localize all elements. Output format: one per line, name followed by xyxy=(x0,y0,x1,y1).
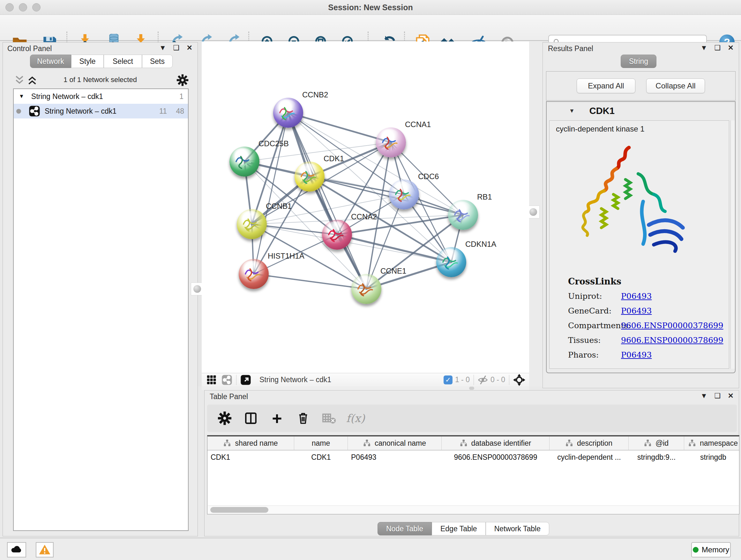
node-label-cdc6: CDC6 xyxy=(418,172,439,181)
expand-all-button[interactable]: Expand All xyxy=(577,78,635,93)
horizontal-splitter[interactable] xyxy=(202,386,529,390)
table-panel-close-icon[interactable]: ✕ xyxy=(728,392,734,399)
table-cell[interactable]: cyclin-dependent ... xyxy=(549,450,629,464)
results-panel-menu-icon[interactable]: ▼ xyxy=(700,44,708,51)
tab-style[interactable]: Style xyxy=(71,55,104,68)
results-scrollbar[interactable] xyxy=(731,120,735,369)
scrollbar-thumb[interactable] xyxy=(210,507,268,513)
memory-button[interactable]: Memory xyxy=(691,542,731,557)
birds-eye-grid-icon[interactable] xyxy=(206,374,217,385)
column-header-database-identifier[interactable]: database identifier xyxy=(442,436,549,450)
protein-thumbnail-icon xyxy=(356,280,376,298)
network-share-icon[interactable] xyxy=(221,374,232,385)
table-cell[interactable]: 9606.ENSP00000378699 xyxy=(442,450,549,464)
show-columns-icon[interactable] xyxy=(243,410,259,426)
network-current-dot-icon xyxy=(16,109,21,114)
network-node-ccna2[interactable] xyxy=(322,220,352,250)
tab-string[interactable]: String xyxy=(621,55,657,68)
tab-node-table[interactable]: Node Table xyxy=(378,522,432,536)
column-header-namespace[interactable]: namespace xyxy=(684,436,741,450)
column-header-description[interactable]: description xyxy=(549,436,629,450)
network-row-selected[interactable]: String Network – cdk1 11 48 xyxy=(14,104,188,118)
crosslink-row: Tissues: 9606.ENSP00000378699 xyxy=(568,335,724,345)
hidden-counts: 0 - 0 xyxy=(490,375,505,384)
network-node-cdkn1a[interactable] xyxy=(436,247,466,277)
network-node-hist1h1a[interactable] xyxy=(239,259,269,289)
cloud-icon[interactable] xyxy=(7,542,26,557)
delete-column-trash-icon[interactable] xyxy=(295,410,311,426)
node-label-ccna1: CCNA1 xyxy=(405,120,431,129)
tab-network[interactable]: Network xyxy=(30,55,71,68)
warning-icon[interactable] xyxy=(36,542,54,557)
table-panel-float-icon[interactable]: ❑ xyxy=(715,392,721,399)
network-node-cdc25b[interactable] xyxy=(229,146,259,177)
title-bar: Session: New Session xyxy=(0,0,741,15)
string-network-icon xyxy=(29,105,40,117)
node-label-ccne1: CCNE1 xyxy=(381,266,406,275)
function-builder-icon: f(x) xyxy=(347,410,363,426)
control-panel-menu-icon[interactable]: ▼ xyxy=(159,44,166,51)
collapse-all-button[interactable]: Collapse All xyxy=(646,78,705,93)
crosslink-row: Uniprot: P06493 xyxy=(568,292,724,301)
node-label-cdkn1a: CDKN1A xyxy=(465,240,496,249)
selected-counts: 1 - 0 xyxy=(455,375,470,384)
left-splitter[interactable] xyxy=(198,42,202,386)
network-node-ccna1[interactable] xyxy=(376,127,406,158)
column-header--id[interactable]: @id xyxy=(629,436,684,450)
table-cell[interactable]: P06493 xyxy=(348,450,442,464)
column-header-name[interactable]: name xyxy=(294,436,348,450)
crosslink-link[interactable]: P06493 xyxy=(621,306,652,315)
table-cell[interactable]: CDK1 xyxy=(207,450,294,464)
protein-thumbnail-icon xyxy=(394,185,414,204)
network-node-ccne1[interactable] xyxy=(351,274,381,304)
network-node-ccnb2[interactable] xyxy=(273,98,303,128)
table-cell[interactable]: stringdb:9... xyxy=(629,450,684,464)
table-cell[interactable]: stringdb xyxy=(684,450,741,464)
gene-description: cyclin-dependent kinase 1 xyxy=(549,121,729,133)
control-panel-float-icon[interactable]: ❑ xyxy=(173,44,180,51)
column-tree-icon xyxy=(688,439,696,447)
gene-section: ▼ CDK1 cyclin-dependent kinase 1 xyxy=(546,101,736,373)
network-canvas[interactable]: CCNB2 CCNA1 CDC25B CDK1 xyxy=(202,42,529,373)
crosslink-row: Pharos: P06493 xyxy=(568,350,724,360)
network-node-cdk1[interactable] xyxy=(294,162,325,192)
node-label-cdc25b: CDC25B xyxy=(259,139,289,148)
gene-section-header[interactable]: ▼ CDK1 xyxy=(547,102,735,120)
collection-expand-icon[interactable]: ▼ xyxy=(19,93,24,100)
network-selection-summary: 1 of 1 Network selected xyxy=(3,76,198,84)
status-bar: Memory xyxy=(0,538,741,560)
tab-sets[interactable]: Sets xyxy=(142,55,173,68)
crosslink-link[interactable]: 9606.ENSP00000378699 xyxy=(621,321,724,330)
results-panel-float-icon[interactable]: ❑ xyxy=(715,44,721,51)
table-cell[interactable]: CDK1 xyxy=(294,450,348,464)
table-row[interactable]: CDK1CDK1P064939606.ENSP00000378699cyclin… xyxy=(207,450,739,464)
tab-select[interactable]: Select xyxy=(104,55,142,68)
network-node-rb1[interactable] xyxy=(448,200,478,230)
control-panel-title: Control Panel xyxy=(7,44,52,53)
selected-checkbox-icon[interactable]: ✓ xyxy=(444,375,453,384)
table-panel: Table Panel ▼ ❑ ✕ + f(x) shared namename… xyxy=(204,390,739,537)
column-header-shared-name[interactable]: shared name xyxy=(207,436,294,450)
tab-edge-table[interactable]: Edge Table xyxy=(432,522,486,536)
network-collection-row[interactable]: ▼ String Network – cdk1 1 xyxy=(14,89,188,104)
hidden-eye-slash-icon[interactable] xyxy=(478,375,488,385)
protein-thumbnail-icon xyxy=(243,265,264,283)
add-column-icon[interactable]: + xyxy=(269,410,285,426)
tab-network-table[interactable]: Network Table xyxy=(486,522,549,536)
detach-view-icon[interactable] xyxy=(240,374,251,385)
fit-content-crosshair-icon[interactable] xyxy=(513,374,525,386)
column-header-canonical-name[interactable]: canonical name xyxy=(348,436,442,450)
control-panel-close-icon[interactable]: ✕ xyxy=(187,44,192,51)
crosslink-link[interactable]: 9606.ENSP00000378699 xyxy=(621,335,724,345)
network-node-cdc6[interactable] xyxy=(389,179,419,209)
network-options-gear-icon[interactable] xyxy=(177,74,189,86)
table-options-gear-icon[interactable] xyxy=(217,410,232,426)
crosslink-link[interactable]: P06493 xyxy=(621,292,652,301)
table-panel-menu-icon[interactable]: ▼ xyxy=(700,392,708,399)
crosslink-link[interactable]: P06493 xyxy=(621,350,652,360)
horizontal-splitter-handle[interactable] xyxy=(469,387,474,390)
results-panel-close-icon[interactable]: ✕ xyxy=(728,44,734,51)
table-horizontal-scrollbar[interactable] xyxy=(208,505,739,514)
network-node-ccnb1[interactable] xyxy=(237,209,267,239)
gene-expand-icon[interactable]: ▼ xyxy=(569,108,575,114)
